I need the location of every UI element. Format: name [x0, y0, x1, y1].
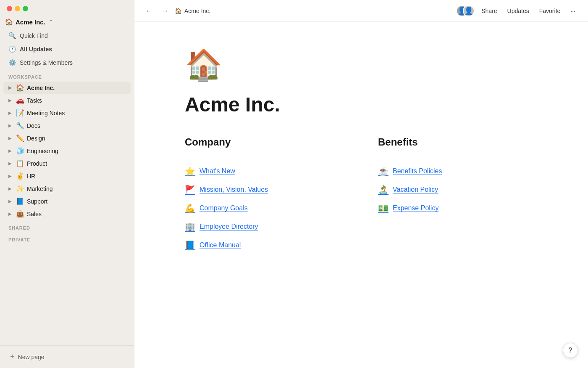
- more-button[interactable]: ···: [566, 5, 580, 16]
- chevron-right-icon: ▶: [7, 173, 13, 180]
- back-button[interactable]: ←: [143, 5, 155, 17]
- main-content: ← → 🏠 Acme Inc. 👤 👤 Share Updates Favori…: [134, 0, 588, 368]
- favorite-button[interactable]: Favorite: [535, 5, 565, 16]
- design-emoji: ✏️: [16, 134, 24, 142]
- chevron-right-icon: ▶: [7, 148, 13, 154]
- workspace-name[interactable]: 🏠 Acme Inc. ⌃: [0, 15, 134, 29]
- sidebar-item-product[interactable]: ▶ 📋 Product: [3, 157, 131, 169]
- workspace-section-label: WORKSPACE: [0, 69, 134, 81]
- chevron-right-icon: ▶: [7, 211, 13, 217]
- workspace-name-label: Acme Inc.: [16, 19, 45, 26]
- chevron-right-icon: ▶: [7, 198, 13, 205]
- link-mission[interactable]: 🚩 Mission, Vision, Values: [185, 180, 344, 199]
- chevron-right-icon: ▶: [7, 135, 13, 142]
- minimize-button[interactable]: [15, 6, 20, 11]
- sidebar-item-docs[interactable]: ▶ 🔧 Docs: [3, 119, 131, 132]
- all-updates-item[interactable]: 🕐 All Updates: [3, 43, 131, 56]
- share-button[interactable]: Share: [477, 5, 501, 16]
- sidebar-item-marketing[interactable]: ▶ ✨ Marketing: [3, 183, 131, 195]
- support-emoji: 📘: [16, 197, 24, 205]
- expense-policy-label: Expense Policy: [393, 204, 438, 212]
- benefits-section-title: Benefits: [378, 136, 538, 148]
- meeting-notes-label: Meeting Notes: [27, 110, 65, 116]
- benefits-column: Benefits ☕ Benefits Policies 🏝️ Vacation…: [378, 136, 538, 254]
- mission-emoji: 🚩: [185, 185, 195, 195]
- company-section-title: Company: [185, 136, 344, 148]
- sidebar-item-design[interactable]: ▶ ✏️ Design: [3, 132, 131, 144]
- page-title: Acme Inc.: [185, 93, 538, 116]
- maximize-button[interactable]: [23, 6, 28, 11]
- sidebar-item-hr[interactable]: ▶ ✌️ HR: [3, 170, 131, 182]
- sidebar-item-sales[interactable]: ▶ 👜 Sales: [3, 208, 131, 220]
- whats-new-label: What's New: [200, 167, 235, 175]
- office-manual-label: Office Manual: [200, 241, 241, 249]
- sidebar-item-tasks[interactable]: ▶ 🚗 Tasks: [3, 94, 131, 106]
- link-whats-new[interactable]: ⭐ What's New: [185, 162, 344, 180]
- avatar-2: 👤: [463, 5, 475, 17]
- office-manual-emoji: 📘: [185, 240, 195, 250]
- employee-directory-label: Employee Directory: [200, 223, 258, 230]
- link-vacation-policy[interactable]: 🏝️ Vacation Policy: [378, 180, 538, 199]
- sales-label: Sales: [27, 211, 42, 217]
- page-content: 🏠 Acme Inc. Company ⭐ What's New 🚩 Missi…: [134, 22, 588, 368]
- new-page-button[interactable]: + New page: [5, 349, 129, 365]
- sidebar-item-engineering[interactable]: ▶ 🧊 Engineering: [3, 145, 131, 157]
- settings-item[interactable]: ⚙️ Settings & Members: [3, 56, 131, 69]
- mission-label: Mission, Vision, Values: [200, 186, 268, 193]
- sidebar-tree: ▶ 🏠 Acme Inc. ▶ 🚗 Tasks ▶ 📝 Meeting Note…: [0, 81, 134, 345]
- updates-button[interactable]: Updates: [503, 5, 533, 16]
- forward-button[interactable]: →: [159, 5, 171, 17]
- shared-section-label: SHARED: [0, 220, 134, 232]
- tasks-emoji: 🚗: [16, 96, 24, 104]
- page-icon: 🏠: [185, 47, 538, 83]
- product-label: Product: [27, 160, 47, 167]
- company-goals-emoji: 💪: [185, 203, 195, 213]
- meeting-notes-emoji: 📝: [16, 109, 24, 117]
- close-button[interactable]: [7, 6, 12, 11]
- vacation-policy-emoji: 🏝️: [378, 185, 388, 195]
- docs-emoji: 🔧: [16, 122, 24, 130]
- link-benefits-policies[interactable]: ☕ Benefits Policies: [378, 162, 538, 180]
- whats-new-emoji: ⭐: [185, 166, 195, 176]
- benefits-policies-emoji: ☕: [378, 166, 388, 176]
- workspace-emoji: 🏠: [5, 18, 13, 26]
- sidebar-footer: + New page: [0, 345, 134, 368]
- sidebar-item-meeting-notes[interactable]: ▶ 📝 Meeting Notes: [3, 107, 131, 119]
- product-emoji: 📋: [16, 159, 24, 167]
- gear-icon: ⚙️: [8, 59, 16, 66]
- quick-find-label: Quick Find: [20, 32, 48, 39]
- help-button[interactable]: ?: [563, 343, 578, 358]
- support-label: Support: [27, 198, 47, 205]
- engineering-label: Engineering: [27, 148, 58, 154]
- workspace-chevron-icon: ⌃: [49, 19, 53, 25]
- avatar-group: 👤 👤: [456, 5, 472, 17]
- benefits-divider: [378, 155, 538, 155]
- traffic-lights: [7, 6, 28, 11]
- topbar-title: 🏠 Acme Inc.: [175, 8, 453, 14]
- sidebar-item-support[interactable]: ▶ 📘 Support: [3, 195, 131, 207]
- vacation-policy-label: Vacation Policy: [393, 186, 438, 193]
- content-columns: Company ⭐ What's New 🚩 Mission, Vision, …: [185, 136, 538, 254]
- sidebar-item-acme-inc[interactable]: ▶ 🏠 Acme Inc.: [3, 82, 131, 94]
- chevron-right-icon: ▶: [7, 122, 13, 129]
- company-goals-label: Company Goals: [200, 204, 248, 212]
- hr-emoji: ✌️: [16, 172, 24, 180]
- hr-label: HR: [27, 173, 35, 180]
- marketing-emoji: ✨: [16, 185, 24, 193]
- sales-emoji: 👜: [16, 210, 24, 218]
- company-divider: [185, 155, 344, 155]
- acme-emoji: 🏠: [16, 84, 24, 92]
- expense-policy-emoji: 💵: [378, 203, 388, 213]
- link-expense-policy[interactable]: 💵 Expense Policy: [378, 199, 538, 217]
- topbar: ← → 🏠 Acme Inc. 👤 👤 Share Updates Favori…: [134, 0, 588, 22]
- topbar-page-title: Acme Inc.: [184, 8, 210, 14]
- quick-find-item[interactable]: 🔍 Quick Find: [3, 29, 131, 42]
- link-employee-directory[interactable]: 🏢 Employee Directory: [185, 217, 344, 236]
- link-company-goals[interactable]: 💪 Company Goals: [185, 199, 344, 217]
- link-office-manual[interactable]: 📘 Office Manual: [185, 236, 344, 254]
- benefits-policies-label: Benefits Policies: [393, 167, 442, 175]
- clock-icon: 🕐: [8, 45, 16, 53]
- all-updates-label: All Updates: [20, 46, 52, 53]
- settings-label: Settings & Members: [20, 59, 73, 66]
- company-column: Company ⭐ What's New 🚩 Mission, Vision, …: [185, 136, 344, 254]
